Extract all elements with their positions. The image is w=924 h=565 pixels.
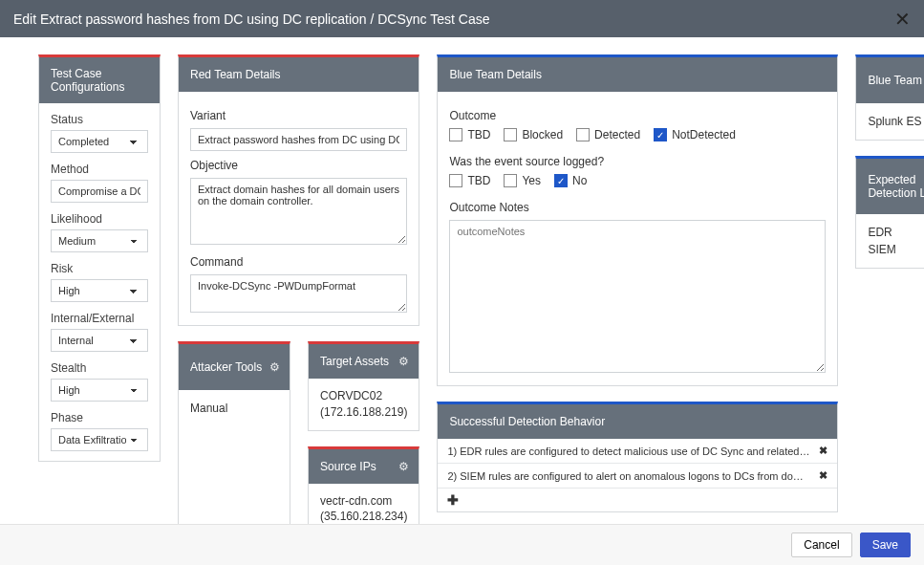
add-detection-button[interactable]: ✚ [438, 488, 837, 511]
outcome-blocked-label: Blocked [522, 128, 563, 141]
outcome-notdetected-label: NotDetected [672, 128, 736, 141]
attacker-tools-title: Attacker Tools ⚙ [179, 344, 290, 390]
target-assets-title: Target Assets ⚙ [309, 344, 419, 379]
expected-layers-title: Expected Detection Layers ⚙ [856, 159, 924, 214]
outcome-notdetected-checkbox[interactable]: ✓NotDetected [654, 128, 736, 141]
outcome-detected-checkbox[interactable]: Detected [576, 128, 640, 141]
target-assets-card: Target Assets ⚙ CORVDC02 (172.16.188.219… [308, 341, 419, 431]
command-textarea[interactable]: Invoke-DCSync -PWDumpFormat [190, 274, 407, 313]
outcome-tbd-label: TBD [467, 128, 490, 141]
expected-layers-card: Expected Detection Layers ⚙ EDR SIEM [855, 156, 924, 269]
blue-team-tools-title: Blue Team Tools ⚙ [856, 57, 924, 103]
attacker-tools-title-text: Attacker Tools [190, 360, 262, 374]
method-input[interactable] [51, 180, 148, 203]
source-ips-title-text: Source IPs [320, 460, 376, 473]
detection-text: 1) EDR rules are configured to detect ma… [447, 445, 811, 457]
gear-icon[interactable]: ⚙ [398, 460, 409, 473]
logged-yes-checkbox[interactable]: Yes [504, 174, 541, 187]
phase-select[interactable]: Data Exfiltration [51, 428, 148, 451]
dialog-header: Edit Extract password hashes from DC usi… [0, 0, 924, 37]
variant-label: Variant [190, 109, 407, 122]
blue-team-card: Blue Team Details Outcome TBD Blocked De… [437, 54, 838, 386]
outcome-notes-textarea[interactable] [449, 220, 826, 373]
source-ip-addr: (35.160.218.234) [320, 509, 407, 525]
source-ips-title: Source IPs ⚙ [309, 449, 419, 484]
delete-icon[interactable]: ✖ [819, 469, 827, 482]
target-assets-title-text: Target Assets [320, 355, 389, 368]
test-case-config-title: Test Case Configurations [39, 57, 160, 103]
expected-layer-item: SIEM [868, 241, 924, 258]
blue-team-tools-title-text: Blue Team Tools [868, 74, 924, 87]
blue-team-tools-card: Blue Team Tools ⚙ Splunk ES [855, 54, 924, 141]
detection-behavior-title: Successful Detection Behavior [438, 404, 837, 439]
risk-select[interactable]: High [51, 279, 148, 302]
dialog-title: Edit Extract password hashes from DC usi… [13, 11, 490, 27]
expected-layers-title-text: Expected Detection Layers [868, 173, 924, 200]
status-select[interactable]: Completed [51, 130, 148, 153]
phase-label: Phase [51, 411, 148, 424]
logged-tbd-label: TBD [467, 174, 490, 187]
logged-tbd-checkbox[interactable]: TBD [449, 174, 490, 187]
dialog-body: Test Case Configurations StatusCompleted… [0, 37, 924, 565]
blue-team-title: Blue Team Details [438, 57, 837, 92]
attacker-tools-card: Attacker Tools ⚙ Manual [178, 341, 290, 535]
delete-icon[interactable]: ✖ [819, 445, 827, 457]
status-label: Status [51, 113, 148, 126]
risk-label: Risk [51, 262, 148, 275]
detection-row: 1) EDR rules are configured to detect ma… [438, 439, 837, 463]
detection-row: 2) SIEM rules are configured to alert on… [438, 463, 837, 488]
objective-label: Objective [190, 159, 407, 172]
attacker-tool-item: Manual [190, 400, 278, 417]
gear-icon[interactable]: ⚙ [269, 360, 280, 374]
test-case-config-card: Test Case Configurations StatusCompleted… [38, 54, 161, 462]
close-icon[interactable]: ✕ [894, 8, 911, 31]
logged-no-checkbox[interactable]: ✓No [554, 174, 587, 187]
gear-icon[interactable]: ⚙ [398, 355, 409, 368]
outcome-label: Outcome [449, 109, 826, 122]
target-asset-host: CORVDC02 [320, 388, 407, 404]
likelihood-select[interactable]: Medium [51, 229, 148, 252]
red-team-title: Red Team Details [179, 57, 419, 92]
detection-behavior-card: Successful Detection Behavior 1) EDR rul… [437, 402, 838, 512]
stealth-select[interactable]: High [51, 379, 148, 402]
detection-text: 2) SIEM rules are configured to alert on… [447, 470, 811, 482]
outcome-tbd-checkbox[interactable]: TBD [449, 128, 490, 141]
source-ip-host: vectr-cdn.com [320, 493, 407, 510]
stealth-label: Stealth [51, 361, 148, 375]
red-team-card: Red Team Details Variant Objective Extra… [178, 54, 419, 326]
source-ips-card: Source IPs ⚙ vectr-cdn.com (35.160.218.2… [308, 446, 419, 536]
variant-input[interactable] [190, 128, 407, 151]
outcome-notes-label: Outcome Notes [449, 201, 826, 214]
method-label: Method [51, 163, 148, 176]
command-label: Command [190, 255, 407, 269]
outcome-detected-label: Detected [594, 128, 640, 141]
objective-textarea[interactable]: Extract domain hashes for all domain use… [190, 178, 407, 245]
blue-tool-item: Splunk ES [868, 113, 924, 130]
target-asset-ip: (172.16.188.219) [320, 404, 407, 421]
save-button[interactable]: Save [860, 532, 911, 557]
dialog-footer: Cancel Save [0, 524, 924, 565]
intext-label: Internal/External [51, 312, 148, 325]
outcome-blocked-checkbox[interactable]: Blocked [504, 128, 563, 141]
expected-layer-item: EDR [868, 224, 924, 241]
logged-label: Was the event source logged? [449, 155, 826, 168]
logged-no-label: No [572, 174, 587, 187]
logged-yes-label: Yes [522, 174, 541, 187]
cancel-button[interactable]: Cancel [791, 532, 851, 557]
likelihood-label: Likelihood [51, 212, 148, 226]
intext-select[interactable]: Internal [51, 329, 148, 352]
